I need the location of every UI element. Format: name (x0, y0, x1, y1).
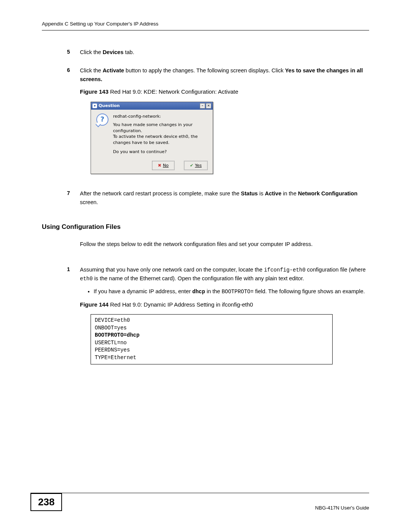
text: Assuming that you have only one network … (80, 267, 264, 273)
text: Click the (80, 49, 103, 55)
text: tab. (123, 49, 134, 55)
figure-143-image: ▾ Question – × ? redhat-config-network: … (91, 102, 369, 174)
text: Click the (80, 67, 103, 73)
figure-label: Figure 144 (80, 301, 108, 308)
step-number: 6 (67, 66, 70, 75)
guide-title: NBG-417N User's Guide (315, 502, 369, 511)
code-inline: BOOTPROTO= (221, 289, 253, 295)
close-icon[interactable]: × (206, 103, 211, 109)
yes-button[interactable]: ✔ Yes (184, 161, 207, 170)
x-icon: ✖ (158, 162, 161, 169)
page-number: 238 (30, 493, 62, 511)
step-list-a: 5 Click the Devices tab. 6 Click the Act… (69, 48, 369, 206)
minimize-icon[interactable]: – (200, 103, 205, 109)
page-header: Appendix C Setting up Your Computer's IP… (42, 21, 369, 30)
bold: Devices (103, 49, 124, 55)
step-7: 7 After the network card restart process… (69, 189, 369, 206)
text: configuration file (where (306, 267, 366, 273)
text: is (258, 190, 265, 197)
figure-label: Figure 143 (80, 88, 108, 95)
figure-text: Red Hat 9.0: KDE: Network Configuration:… (108, 88, 238, 95)
figure-143-caption: Figure 143 Red Hat 9.0: KDE: Network Con… (80, 87, 369, 96)
code-inline-bold: dhcp (192, 289, 205, 295)
text: field. The following figure shows an exa… (253, 288, 365, 294)
text: screen. (80, 199, 98, 205)
text: is the name of the Ethernet card). Open … (93, 275, 304, 281)
check-icon: ✔ (190, 162, 193, 169)
step-number: 5 (67, 48, 70, 56)
step-number: 7 (67, 189, 70, 198)
figure-144-caption: Figure 144 Red Hat 9.0: Dynamic IP Addre… (80, 300, 369, 309)
question-dialog: ▾ Question – × ? redhat-config-network: … (91, 102, 213, 174)
text: After the network card restart process i… (80, 190, 241, 197)
step-5: 5 Click the Devices tab. (69, 48, 369, 56)
question-icon: ? (96, 113, 108, 126)
no-button[interactable]: ✖ No (152, 161, 174, 170)
bold: Status (241, 190, 258, 197)
step-number: 1 (67, 265, 70, 274)
text: in the (205, 288, 222, 294)
step-list-b: 1 Assuming that you have only one networ… (69, 265, 369, 364)
system-menu-icon[interactable]: ▾ (92, 104, 97, 108)
msg-line: Do you want to continue? (113, 149, 207, 155)
figure-text: Red Hat 9.0: Dynamic IP Address Setting … (108, 301, 253, 308)
bullet-item: If you have a dynamic IP address, enter … (94, 287, 369, 296)
bold: Active (265, 190, 282, 197)
sub-bullet-list: If you have a dynamic IP address, enter … (80, 287, 369, 296)
program-name: redhat-config-network: (113, 113, 207, 120)
dialog-message: redhat-config-network: You have made som… (113, 113, 207, 155)
text: If you have a dynamic IP address, enter (94, 288, 192, 294)
bold: Network Configuration (298, 190, 357, 197)
code-inline: ifconfig-eth0 (264, 267, 306, 273)
dialog-titlebar: ▾ Question – × (91, 102, 213, 110)
bold: Activate (103, 67, 124, 73)
ifconfig-code-block: DEVICE=eth0 ONBOOT=yes BOOTPROTO=dhcp US… (91, 314, 333, 364)
text: in the (281, 190, 298, 197)
text: button to apply the changes. The followi… (124, 67, 285, 73)
msg-line: To activate the network device eth0, the… (113, 134, 207, 146)
intro-paragraph: Follow the steps below to edit the netwo… (80, 240, 369, 248)
step-6: 6 Click the Activate button to apply the… (69, 66, 369, 174)
dialog-title: Question (99, 102, 120, 109)
code-inline: eth0 (80, 276, 93, 282)
msg-line: You have made some changes in your confi… (113, 122, 207, 134)
step-b1: 1 Assuming that you have only one networ… (69, 265, 369, 364)
section-heading: Using Configuration Files (42, 223, 369, 231)
page-footer: 238 NBG-417N User's Guide (30, 493, 369, 511)
